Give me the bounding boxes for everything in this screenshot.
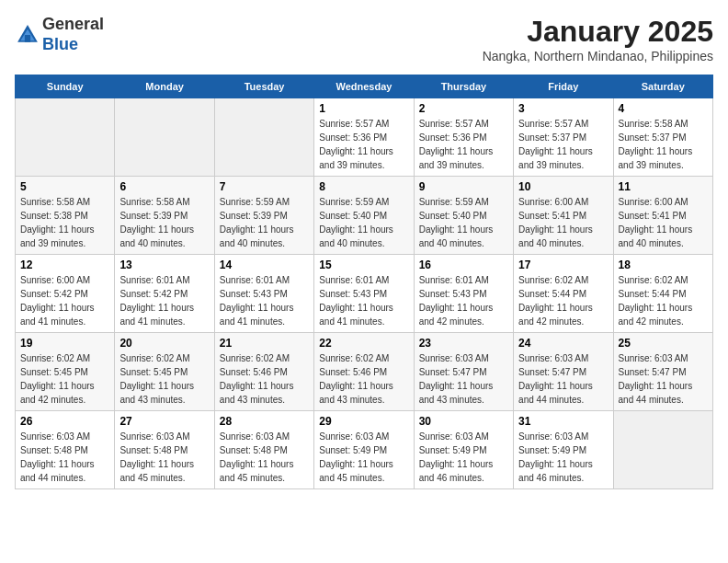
calendar-cell: 21Sunrise: 6:02 AMSunset: 5:46 PMDayligh… xyxy=(214,333,313,411)
day-info: Sunrise: 6:00 AMSunset: 5:42 PMDaylight:… xyxy=(20,273,109,328)
calendar-cell: 16Sunrise: 6:01 AMSunset: 5:43 PMDayligh… xyxy=(414,255,513,333)
calendar-cell: 27Sunrise: 6:03 AMSunset: 5:48 PMDayligh… xyxy=(115,411,214,489)
weekday-header-friday: Friday xyxy=(514,75,613,98)
day-number: 11 xyxy=(619,180,708,193)
day-info: Sunrise: 6:00 AMSunset: 5:41 PMDaylight:… xyxy=(518,195,608,250)
day-info: Sunrise: 6:03 AMSunset: 5:49 PMDaylight:… xyxy=(319,430,408,485)
day-number: 21 xyxy=(220,337,309,350)
title-block: January 2025 Nangka, Northern Mindanao, … xyxy=(483,15,713,63)
calendar-cell: 25Sunrise: 6:03 AMSunset: 5:47 PMDayligh… xyxy=(613,333,712,411)
weekday-header-wednesday: Wednesday xyxy=(314,75,414,98)
day-number: 29 xyxy=(319,415,408,428)
day-number: 22 xyxy=(319,337,408,350)
calendar-cell: 8Sunrise: 5:59 AMSunset: 5:40 PMDaylight… xyxy=(314,177,414,255)
day-number: 30 xyxy=(419,415,508,428)
calendar-cell: 28Sunrise: 6:03 AMSunset: 5:48 PMDayligh… xyxy=(214,411,313,489)
day-number: 17 xyxy=(518,259,608,271)
calendar-cell: 5Sunrise: 5:58 AMSunset: 5:38 PMDaylight… xyxy=(16,177,115,255)
calendar-cell: 14Sunrise: 6:01 AMSunset: 5:43 PMDayligh… xyxy=(214,255,313,333)
logo-general: General xyxy=(42,15,104,33)
day-number: 10 xyxy=(518,180,608,193)
day-info: Sunrise: 6:02 AMSunset: 5:44 PMDaylight:… xyxy=(619,273,708,328)
calendar-cell: 20Sunrise: 6:02 AMSunset: 5:45 PMDayligh… xyxy=(115,333,214,411)
day-info: Sunrise: 6:01 AMSunset: 5:43 PMDaylight:… xyxy=(220,273,309,328)
calendar-cell xyxy=(115,98,214,177)
day-number: 14 xyxy=(220,259,309,271)
day-info: Sunrise: 5:57 AMSunset: 5:36 PMDaylight:… xyxy=(319,117,408,172)
calendar-cell: 26Sunrise: 6:03 AMSunset: 5:48 PMDayligh… xyxy=(16,411,115,489)
weekday-header-monday: Monday xyxy=(115,75,214,98)
day-info: Sunrise: 6:02 AMSunset: 5:46 PMDaylight:… xyxy=(319,351,408,407)
day-info: Sunrise: 6:03 AMSunset: 5:49 PMDaylight:… xyxy=(518,430,608,485)
calendar-cell: 7Sunrise: 5:59 AMSunset: 5:39 PMDaylight… xyxy=(214,177,313,255)
calendar-cell xyxy=(214,98,313,177)
calendar-cell: 11Sunrise: 6:00 AMSunset: 5:41 PMDayligh… xyxy=(613,177,712,255)
day-info: Sunrise: 6:03 AMSunset: 5:47 PMDaylight:… xyxy=(518,351,608,407)
calendar-week-5: 26Sunrise: 6:03 AMSunset: 5:48 PMDayligh… xyxy=(16,411,713,489)
day-info: Sunrise: 5:59 AMSunset: 5:40 PMDaylight:… xyxy=(419,195,508,250)
weekday-header-tuesday: Tuesday xyxy=(214,75,313,98)
calendar-week-4: 19Sunrise: 6:02 AMSunset: 5:45 PMDayligh… xyxy=(16,333,713,411)
logo-icon xyxy=(15,22,40,48)
calendar-body: 1Sunrise: 5:57 AMSunset: 5:36 PMDaylight… xyxy=(16,98,713,489)
day-number: 4 xyxy=(619,102,708,115)
weekday-row: SundayMondayTuesdayWednesdayThursdayFrid… xyxy=(16,75,713,98)
calendar-week-1: 1Sunrise: 5:57 AMSunset: 5:36 PMDaylight… xyxy=(16,98,713,177)
calendar-cell: 12Sunrise: 6:00 AMSunset: 5:42 PMDayligh… xyxy=(16,255,115,333)
day-info: Sunrise: 6:03 AMSunset: 5:47 PMDaylight:… xyxy=(419,351,508,407)
day-info: Sunrise: 6:03 AMSunset: 5:47 PMDaylight:… xyxy=(619,351,708,407)
page-header: General Blue January 2025 Nangka, Northe… xyxy=(15,15,713,63)
day-info: Sunrise: 6:03 AMSunset: 5:49 PMDaylight:… xyxy=(419,430,508,485)
day-info: Sunrise: 6:01 AMSunset: 5:43 PMDaylight:… xyxy=(419,273,508,328)
day-info: Sunrise: 6:03 AMSunset: 5:48 PMDaylight:… xyxy=(220,430,309,485)
calendar-table: SundayMondayTuesdayWednesdayThursdayFrid… xyxy=(15,75,713,489)
day-number: 1 xyxy=(319,102,408,115)
calendar-cell: 4Sunrise: 5:58 AMSunset: 5:37 PMDaylight… xyxy=(613,98,712,177)
day-number: 20 xyxy=(119,337,209,350)
day-number: 28 xyxy=(220,415,309,428)
day-info: Sunrise: 6:02 AMSunset: 5:45 PMDaylight:… xyxy=(119,351,209,407)
month-title: January 2025 xyxy=(483,15,713,49)
day-number: 9 xyxy=(419,180,508,193)
weekday-header-sunday: Sunday xyxy=(16,75,115,98)
day-info: Sunrise: 5:57 AMSunset: 5:36 PMDaylight:… xyxy=(419,117,508,172)
day-info: Sunrise: 5:59 AMSunset: 5:40 PMDaylight:… xyxy=(319,195,408,250)
calendar-cell: 30Sunrise: 6:03 AMSunset: 5:49 PMDayligh… xyxy=(414,411,513,489)
day-number: 19 xyxy=(20,337,109,350)
day-number: 2 xyxy=(419,102,508,115)
calendar-cell: 15Sunrise: 6:01 AMSunset: 5:43 PMDayligh… xyxy=(314,255,414,333)
location-title: Nangka, Northern Mindanao, Philippines xyxy=(483,49,713,63)
day-info: Sunrise: 6:02 AMSunset: 5:45 PMDaylight:… xyxy=(20,351,109,407)
day-info: Sunrise: 6:01 AMSunset: 5:43 PMDaylight:… xyxy=(319,273,408,328)
svg-rect-2 xyxy=(25,35,30,42)
calendar-week-2: 5Sunrise: 5:58 AMSunset: 5:38 PMDaylight… xyxy=(16,177,713,255)
calendar-cell: 3Sunrise: 5:57 AMSunset: 5:37 PMDaylight… xyxy=(514,98,613,177)
day-number: 16 xyxy=(419,259,508,271)
calendar-cell xyxy=(16,98,115,177)
day-number: 15 xyxy=(319,259,408,271)
calendar-cell: 2Sunrise: 5:57 AMSunset: 5:36 PMDaylight… xyxy=(414,98,513,177)
logo-blue: Blue xyxy=(42,35,78,53)
calendar-cell: 18Sunrise: 6:02 AMSunset: 5:44 PMDayligh… xyxy=(613,255,712,333)
day-number: 31 xyxy=(518,415,608,428)
calendar-cell: 17Sunrise: 6:02 AMSunset: 5:44 PMDayligh… xyxy=(514,255,613,333)
day-number: 12 xyxy=(20,259,109,271)
day-number: 27 xyxy=(119,415,209,428)
day-info: Sunrise: 6:02 AMSunset: 5:44 PMDaylight:… xyxy=(518,273,608,328)
day-number: 8 xyxy=(319,180,408,193)
day-info: Sunrise: 5:58 AMSunset: 5:37 PMDaylight:… xyxy=(619,117,708,172)
day-info: Sunrise: 6:01 AMSunset: 5:42 PMDaylight:… xyxy=(119,273,209,328)
calendar-cell: 19Sunrise: 6:02 AMSunset: 5:45 PMDayligh… xyxy=(16,333,115,411)
calendar-cell: 22Sunrise: 6:02 AMSunset: 5:46 PMDayligh… xyxy=(314,333,414,411)
day-info: Sunrise: 5:58 AMSunset: 5:38 PMDaylight:… xyxy=(20,195,109,250)
calendar-cell: 23Sunrise: 6:03 AMSunset: 5:47 PMDayligh… xyxy=(414,333,513,411)
day-info: Sunrise: 5:57 AMSunset: 5:37 PMDaylight:… xyxy=(518,117,608,172)
calendar-week-3: 12Sunrise: 6:00 AMSunset: 5:42 PMDayligh… xyxy=(16,255,713,333)
day-number: 23 xyxy=(419,337,508,350)
weekday-header-thursday: Thursday xyxy=(414,75,513,98)
calendar-cell xyxy=(613,411,712,489)
calendar-cell: 10Sunrise: 6:00 AMSunset: 5:41 PMDayligh… xyxy=(514,177,613,255)
calendar-cell: 29Sunrise: 6:03 AMSunset: 5:49 PMDayligh… xyxy=(314,411,414,489)
calendar-cell: 13Sunrise: 6:01 AMSunset: 5:42 PMDayligh… xyxy=(115,255,214,333)
day-number: 25 xyxy=(619,337,708,350)
